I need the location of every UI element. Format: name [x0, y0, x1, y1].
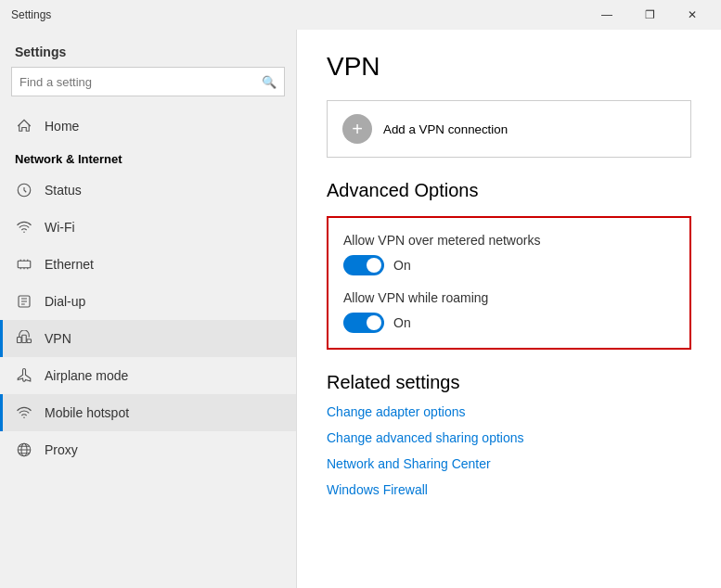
toggle2-state: On: [393, 315, 411, 330]
sidebar-item-hotspot[interactable]: Mobile hotspot: [0, 394, 296, 431]
vpn-metered-toggle[interactable]: [343, 255, 384, 275]
related-settings-title: Related settings: [327, 372, 691, 393]
svg-rect-4: [18, 338, 22, 343]
close-button[interactable]: ✕: [671, 0, 714, 30]
sidebar-item-home-label: Home: [45, 119, 79, 134]
dialup-icon: [15, 292, 33, 311]
minimize-button[interactable]: —: [586, 0, 628, 30]
add-vpn-icon: +: [342, 114, 372, 144]
sidebar-item-dialup[interactable]: Dial-up: [0, 283, 296, 320]
sidebar-item-airplane-label: Airplane mode: [45, 368, 128, 383]
sidebar-item-wifi[interactable]: Wi-Fi: [0, 209, 296, 246]
search-input[interactable]: [19, 75, 262, 89]
change-adapter-options-link[interactable]: Change adapter options: [327, 404, 691, 419]
toggle1-state: On: [393, 258, 411, 273]
sidebar-item-airplane[interactable]: Airplane mode: [0, 357, 296, 394]
advanced-options-title: Advanced Options: [327, 180, 691, 201]
status-icon: [15, 181, 33, 199]
option2-label: Allow VPN while roaming: [343, 290, 675, 305]
sidebar-item-proxy[interactable]: Proxy: [0, 431, 296, 468]
title-bar: Settings — ❐ ✕: [0, 0, 721, 30]
airplane-icon: [15, 366, 33, 385]
sidebar-item-wifi-label: Wi-Fi: [45, 220, 75, 235]
sidebar-item-vpn[interactable]: VPN: [0, 320, 296, 357]
app-body: Settings 🔍 Home Network & Internet Statu…: [0, 30, 721, 588]
sidebar-item-vpn-label: VPN: [45, 331, 71, 346]
search-icon: 🔍: [262, 75, 277, 89]
add-vpn-button[interactable]: + Add a VPN connection: [327, 100, 691, 158]
page-title: VPN: [327, 52, 691, 82]
sidebar-item-ethernet-label: Ethernet: [45, 257, 94, 272]
vpn-roaming-toggle[interactable]: [343, 313, 384, 333]
hotspot-icon: [15, 403, 33, 422]
section-label: Network & Internet: [0, 145, 296, 172]
sidebar-item-hotspot-label: Mobile hotspot: [45, 405, 129, 420]
sidebar-title: Settings: [0, 30, 296, 67]
proxy-icon: [15, 441, 33, 459]
change-advanced-sharing-link[interactable]: Change advanced sharing options: [327, 430, 691, 445]
content-area: VPN + Add a VPN connection Advanced Opti…: [297, 30, 721, 588]
svg-rect-6: [27, 339, 32, 343]
svg-point-7: [23, 417, 25, 419]
sidebar: Settings 🔍 Home Network & Internet Statu…: [0, 30, 297, 588]
toggle1-row: On: [343, 255, 675, 275]
windows-firewall-link[interactable]: Windows Firewall: [327, 482, 691, 497]
sidebar-item-proxy-label: Proxy: [45, 442, 78, 457]
window-title: Settings: [11, 8, 51, 21]
sidebar-item-status-label: Status: [45, 183, 82, 198]
home-icon: [15, 117, 33, 135]
sidebar-item-status[interactable]: Status: [0, 172, 296, 209]
maximize-button[interactable]: ❐: [628, 0, 671, 30]
add-vpn-label: Add a VPN connection: [383, 122, 508, 136]
toggle2-row: On: [343, 313, 675, 333]
advanced-options-box: Allow VPN over metered networks On Allow…: [327, 216, 691, 350]
vpn-icon: [15, 329, 33, 348]
sidebar-item-ethernet[interactable]: Ethernet: [0, 246, 296, 283]
svg-rect-5: [22, 335, 27, 342]
sidebar-item-dialup-label: Dial-up: [45, 294, 85, 309]
search-box[interactable]: 🔍: [11, 67, 285, 96]
ethernet-icon: [15, 255, 33, 274]
svg-rect-2: [18, 261, 31, 268]
svg-point-1: [23, 232, 25, 234]
network-sharing-center-link[interactable]: Network and Sharing Center: [327, 456, 691, 471]
option1-label: Allow VPN over metered networks: [343, 233, 675, 248]
sidebar-item-home[interactable]: Home: [0, 108, 296, 145]
wifi-icon: [15, 218, 33, 236]
window-controls: — ❐ ✕: [586, 0, 714, 30]
